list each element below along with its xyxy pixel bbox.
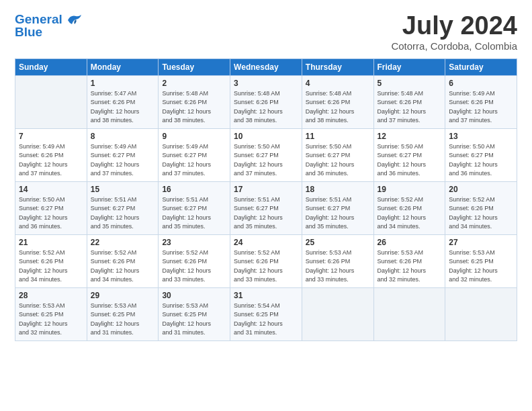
calendar-week-row: 28Sunrise: 5:53 AM Sunset: 6:25 PM Dayli… — [15, 287, 517, 340]
day-number: 30 — [162, 291, 226, 300]
day-info: Sunrise: 5:50 AM Sunset: 6:27 PM Dayligh… — [378, 142, 442, 179]
calendar-cell: 16Sunrise: 5:51 AM Sunset: 6:27 PM Dayli… — [159, 181, 230, 234]
calendar-cell: 15Sunrise: 5:51 AM Sunset: 6:27 PM Dayli… — [87, 181, 159, 234]
weekday-header-row: SundayMondayTuesdayWednesdayThursdayFrid… — [15, 58, 517, 75]
calendar-cell — [302, 287, 373, 340]
weekday-header-thursday: Thursday — [302, 58, 373, 75]
weekday-header-wednesday: Wednesday — [230, 58, 302, 75]
month-title: July 2024 — [391, 12, 517, 40]
day-number: 22 — [91, 238, 155, 247]
day-number: 10 — [234, 132, 298, 141]
day-info: Sunrise: 5:53 AM Sunset: 6:25 PM Dayligh… — [19, 302, 83, 338]
day-number: 20 — [449, 185, 513, 194]
day-number: 28 — [19, 291, 83, 300]
day-number: 29 — [91, 291, 155, 300]
calendar-page: General Blue July 2024 Cotorra, Cordoba,… — [0, 0, 532, 411]
day-number: 31 — [234, 291, 298, 300]
day-number: 23 — [162, 238, 226, 247]
day-number: 24 — [234, 238, 298, 247]
day-info: Sunrise: 5:48 AM Sunset: 6:26 PM Dayligh… — [234, 89, 298, 126]
day-info: Sunrise: 5:49 AM Sunset: 6:26 PM Dayligh… — [449, 89, 513, 126]
day-number: 13 — [449, 132, 513, 141]
calendar-cell: 7Sunrise: 5:49 AM Sunset: 6:26 PM Daylig… — [15, 128, 87, 181]
day-number: 8 — [91, 132, 155, 141]
day-number: 1 — [91, 79, 155, 88]
day-number: 11 — [306, 132, 370, 141]
day-number: 7 — [19, 132, 83, 141]
day-number: 17 — [234, 185, 298, 194]
day-info: Sunrise: 5:52 AM Sunset: 6:26 PM Dayligh… — [378, 195, 442, 232]
title-block: July 2024 Cotorra, Cordoba, Colombia — [391, 12, 517, 52]
calendar-cell: 27Sunrise: 5:53 AM Sunset: 6:25 PM Dayli… — [445, 234, 517, 287]
calendar-cell: 14Sunrise: 5:50 AM Sunset: 6:27 PM Dayli… — [15, 181, 87, 234]
calendar-cell: 29Sunrise: 5:53 AM Sunset: 6:25 PM Dayli… — [87, 287, 159, 340]
weekday-header-saturday: Saturday — [445, 58, 517, 75]
day-number: 3 — [234, 79, 298, 88]
calendar-cell — [373, 287, 445, 340]
day-number: 16 — [162, 185, 226, 194]
day-number: 14 — [19, 185, 83, 194]
logo: General Blue — [15, 12, 83, 40]
day-number: 19 — [378, 185, 442, 194]
logo-general: General — [15, 12, 62, 26]
day-number: 12 — [378, 132, 442, 141]
day-info: Sunrise: 5:51 AM Sunset: 6:27 PM Dayligh… — [162, 195, 226, 232]
day-number: 6 — [449, 79, 513, 88]
calendar-week-row: 14Sunrise: 5:50 AM Sunset: 6:27 PM Dayli… — [15, 181, 517, 234]
day-info: Sunrise: 5:50 AM Sunset: 6:27 PM Dayligh… — [306, 142, 370, 179]
calendar-cell: 30Sunrise: 5:53 AM Sunset: 6:25 PM Dayli… — [159, 287, 230, 340]
day-info: Sunrise: 5:52 AM Sunset: 6:26 PM Dayligh… — [19, 248, 83, 285]
calendar-week-row: 7Sunrise: 5:49 AM Sunset: 6:26 PM Daylig… — [15, 128, 517, 181]
day-info: Sunrise: 5:52 AM Sunset: 6:26 PM Dayligh… — [162, 248, 226, 285]
day-info: Sunrise: 5:49 AM Sunset: 6:26 PM Dayligh… — [19, 142, 83, 179]
day-info: Sunrise: 5:52 AM Sunset: 6:26 PM Dayligh… — [234, 248, 298, 285]
day-number: 4 — [306, 79, 370, 88]
calendar-cell: 17Sunrise: 5:51 AM Sunset: 6:27 PM Dayli… — [230, 181, 302, 234]
day-info: Sunrise: 5:53 AM Sunset: 6:25 PM Dayligh… — [91, 302, 155, 338]
calendar-cell: 1Sunrise: 5:47 AM Sunset: 6:26 PM Daylig… — [87, 75, 159, 128]
calendar-week-row: 1Sunrise: 5:47 AM Sunset: 6:26 PM Daylig… — [15, 75, 517, 128]
weekday-header-monday: Monday — [87, 58, 159, 75]
day-number: 25 — [306, 238, 370, 247]
day-info: Sunrise: 5:51 AM Sunset: 6:27 PM Dayligh… — [234, 195, 298, 232]
day-number: 9 — [162, 132, 226, 141]
calendar-cell: 5Sunrise: 5:48 AM Sunset: 6:26 PM Daylig… — [373, 75, 445, 128]
calendar-cell: 26Sunrise: 5:53 AM Sunset: 6:26 PM Dayli… — [373, 234, 445, 287]
day-number: 18 — [306, 185, 370, 194]
calendar-cell: 24Sunrise: 5:52 AM Sunset: 6:26 PM Dayli… — [230, 234, 302, 287]
calendar-cell: 28Sunrise: 5:53 AM Sunset: 6:25 PM Dayli… — [15, 287, 87, 340]
weekday-header-sunday: Sunday — [15, 58, 87, 75]
calendar-cell — [445, 287, 517, 340]
calendar-cell — [15, 75, 87, 128]
calendar-cell: 21Sunrise: 5:52 AM Sunset: 6:26 PM Dayli… — [15, 234, 87, 287]
day-info: Sunrise: 5:48 AM Sunset: 6:26 PM Dayligh… — [378, 89, 442, 126]
page-header: General Blue July 2024 Cotorra, Cordoba,… — [15, 12, 517, 52]
weekday-header-friday: Friday — [373, 58, 445, 75]
day-info: Sunrise: 5:48 AM Sunset: 6:26 PM Dayligh… — [306, 89, 370, 126]
day-number: 2 — [162, 79, 226, 88]
calendar-cell: 18Sunrise: 5:51 AM Sunset: 6:27 PM Dayli… — [302, 181, 373, 234]
day-info: Sunrise: 5:50 AM Sunset: 6:27 PM Dayligh… — [19, 195, 83, 232]
calendar-cell: 6Sunrise: 5:49 AM Sunset: 6:26 PM Daylig… — [445, 75, 517, 128]
calendar-cell: 11Sunrise: 5:50 AM Sunset: 6:27 PM Dayli… — [302, 128, 373, 181]
calendar-cell: 2Sunrise: 5:48 AM Sunset: 6:26 PM Daylig… — [159, 75, 230, 128]
day-number: 21 — [19, 238, 83, 247]
day-number: 5 — [378, 79, 442, 88]
calendar-cell: 31Sunrise: 5:54 AM Sunset: 6:25 PM Dayli… — [230, 287, 302, 340]
day-info: Sunrise: 5:48 AM Sunset: 6:26 PM Dayligh… — [162, 89, 226, 126]
calendar-cell: 23Sunrise: 5:52 AM Sunset: 6:26 PM Dayli… — [159, 234, 230, 287]
day-info: Sunrise: 5:50 AM Sunset: 6:27 PM Dayligh… — [449, 142, 513, 179]
calendar-cell: 9Sunrise: 5:49 AM Sunset: 6:27 PM Daylig… — [159, 128, 230, 181]
calendar-table: SundayMondayTuesdayWednesdayThursdayFrid… — [15, 58, 517, 341]
weekday-header-tuesday: Tuesday — [159, 58, 230, 75]
day-info: Sunrise: 5:49 AM Sunset: 6:27 PM Dayligh… — [162, 142, 226, 179]
day-info: Sunrise: 5:52 AM Sunset: 6:26 PM Dayligh… — [449, 195, 513, 232]
calendar-cell: 22Sunrise: 5:52 AM Sunset: 6:26 PM Dayli… — [87, 234, 159, 287]
location-subtitle: Cotorra, Cordoba, Colombia — [391, 40, 517, 52]
day-info: Sunrise: 5:53 AM Sunset: 6:25 PM Dayligh… — [449, 248, 513, 285]
day-info: Sunrise: 5:50 AM Sunset: 6:27 PM Dayligh… — [234, 142, 298, 179]
day-info: Sunrise: 5:53 AM Sunset: 6:26 PM Dayligh… — [378, 248, 442, 285]
logo-bird-icon — [64, 12, 83, 27]
calendar-week-row: 21Sunrise: 5:52 AM Sunset: 6:26 PM Dayli… — [15, 234, 517, 287]
calendar-cell: 4Sunrise: 5:48 AM Sunset: 6:26 PM Daylig… — [302, 75, 373, 128]
